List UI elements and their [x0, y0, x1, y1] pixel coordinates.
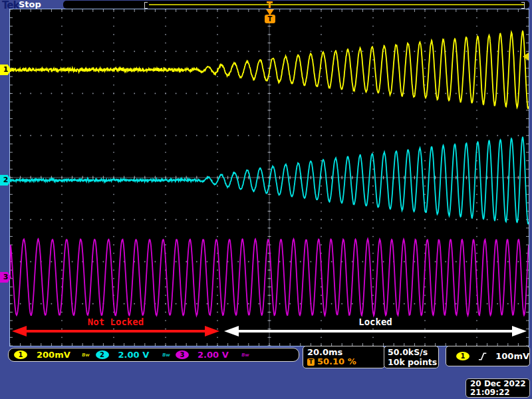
channel-1-scale: 200mV	[37, 350, 70, 360]
datetime-box: 20 Dec 2022 21:09:22	[466, 378, 530, 398]
record-length: 10k points	[388, 357, 438, 367]
acquisition-readout-box[interactable]: 50.0kS/s 10k points	[384, 346, 439, 368]
oscilloscope-screen: { "header": { "logo": "Tek", "acq_status…	[0, 0, 532, 399]
locked-annotation: Locked	[224, 317, 527, 336]
acquisition-status: Stop	[19, 0, 41, 9]
horizontal-readout-box[interactable]: 20.0ms T 50.10 %	[303, 346, 385, 368]
trigger-level-arrow-icon[interactable]	[523, 53, 529, 61]
channel-2-bandwidth-icon: Bw	[162, 352, 171, 358]
trigger-position-flag-icon[interactable]	[267, 1, 273, 8]
channel-2-scale: 2.00 V	[118, 350, 150, 360]
trigger-level: 100mV	[495, 351, 529, 361]
svg-text:Locked: Locked	[358, 317, 392, 327]
record-window-left-bracket	[144, 2, 148, 9]
sample-rate: 50.0kS/s	[388, 347, 438, 357]
channel-readout-bar[interactable]: 1 200mV Bw 2 2.00 V Bw 3 2.00 V Bw	[8, 348, 299, 362]
record-view-bar[interactable]	[63, 1, 529, 9]
waveform-ch2	[10, 137, 529, 224]
graticule-area[interactable]: Not LockedLocked	[9, 9, 529, 346]
trigger-t-icon: T	[307, 358, 315, 366]
trigger-readout-box[interactable]: 1 100mV	[446, 346, 530, 366]
record-window-right-bracket	[521, 2, 525, 9]
channel-1-badge[interactable]: 1	[14, 350, 27, 359]
waveform-layer: Not LockedLocked	[10, 9, 529, 346]
not-locked-annotation: Not Locked	[12, 317, 219, 336]
waveform-ch1	[10, 31, 529, 108]
rising-slope-icon	[478, 352, 487, 361]
time-label: 21:09:22	[470, 388, 529, 397]
waveform-ch3	[10, 239, 529, 315]
channel-3-bandwidth-icon: Bw	[241, 352, 249, 358]
trigger-position-percent: 50.10 %	[317, 357, 356, 366]
trigger-source-badge: 1	[456, 352, 469, 360]
channel-1-bandwidth-icon: Bw	[81, 352, 90, 358]
channel-3-scale: 2.00 V	[198, 350, 229, 360]
channel-3-badge[interactable]: 3	[176, 350, 189, 359]
time-per-division: 20.0ms	[307, 347, 384, 357]
channel-2-badge[interactable]: 2	[96, 350, 109, 359]
record-window-line	[149, 4, 524, 5]
svg-text:Not Locked: Not Locked	[88, 317, 144, 327]
trigger-position-badge[interactable]: T	[265, 15, 275, 23]
